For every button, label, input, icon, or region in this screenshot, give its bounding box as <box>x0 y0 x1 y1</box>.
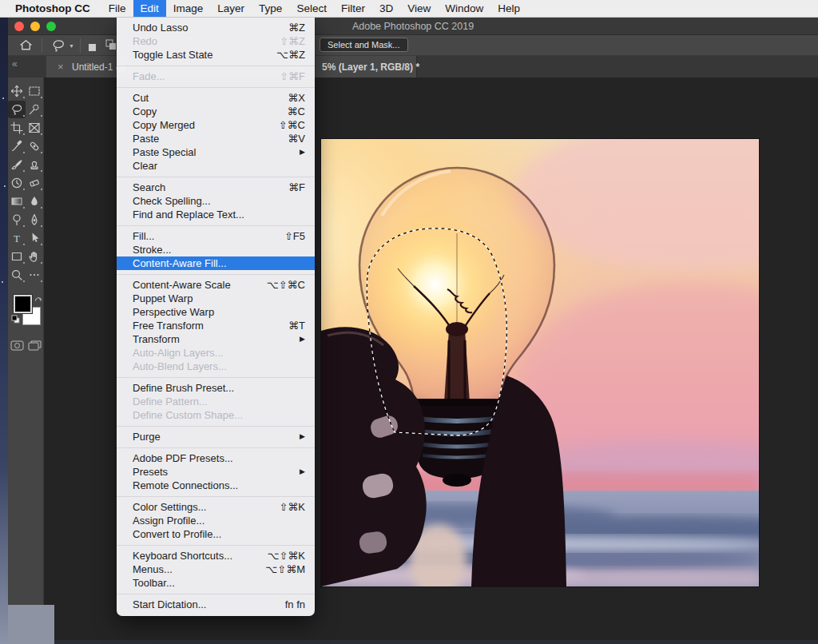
new-selection-icon[interactable] <box>88 41 97 55</box>
menu-item-search[interactable]: Search⌘F <box>117 181 315 194</box>
add-to-selection-icon[interactable] <box>105 39 117 54</box>
menu-item-purge[interactable]: Purge▶ <box>117 430 315 443</box>
menu-item-paste[interactable]: Paste⌘V <box>117 132 315 145</box>
tool-eyedropper[interactable] <box>8 137 26 155</box>
menu-item-presets[interactable]: Presets▶ <box>117 465 315 479</box>
menu-item-redo[interactable]: Redo⇧⌘Z <box>117 34 315 48</box>
menu-item-label: Convert to Profile... <box>133 527 305 541</box>
menu-item-start-dictation[interactable]: Start Dictation...fn fn <box>117 598 315 611</box>
tool-move[interactable] <box>8 82 26 100</box>
menubar-item-image[interactable]: Image <box>166 0 211 17</box>
tool-zoom[interactable] <box>8 266 26 284</box>
menu-item-stroke[interactable]: Stroke... <box>117 243 315 256</box>
chevron-down-icon[interactable]: ▼ <box>69 43 74 49</box>
menu-item-puppet-warp[interactable]: Puppet Warp <box>117 292 315 305</box>
tool-type[interactable]: T <box>8 229 26 247</box>
menu-item-auto-align-layers[interactable]: Auto-Align Layers... <box>117 346 315 360</box>
menubar-item-layer[interactable]: Layer <box>210 0 252 17</box>
menubar-item-window[interactable]: Window <box>438 0 490 17</box>
menubar-item-view[interactable]: View <box>400 0 438 17</box>
tool-hand[interactable] <box>26 248 43 265</box>
menu-item-content-aware-fill[interactable]: Content-Aware Fill... <box>117 256 315 270</box>
gradient-icon <box>10 195 23 208</box>
menu-item-keyboard-shortcuts[interactable]: Keyboard Shortcuts...⌥⇧⌘K <box>117 549 315 563</box>
lasso-tool-icon[interactable] <box>51 38 66 56</box>
menu-item-fill[interactable]: Fill...⇧F5 <box>117 229 315 243</box>
menu-item-undo-lasso[interactable]: Undo Lasso⌘Z <box>117 21 315 34</box>
tool-blur[interactable] <box>26 193 43 210</box>
menu-item-label: Define Custom Shape... <box>133 408 305 422</box>
menu-item-transform[interactable]: Transform▶ <box>117 332 315 346</box>
tool-eraser[interactable] <box>26 174 43 192</box>
menubar-item-select[interactable]: Select <box>289 0 334 17</box>
menubar-item-filter[interactable]: Filter <box>334 0 372 17</box>
canvas-bottom-edge <box>54 640 818 644</box>
foreground-color-swatch[interactable] <box>14 295 32 313</box>
tool-lasso[interactable] <box>8 101 26 118</box>
tool-gradient[interactable] <box>8 193 26 210</box>
tool-spot-healing[interactable] <box>26 137 43 155</box>
toolbar-tools: T <box>8 78 43 284</box>
tool-path-selection[interactable] <box>26 229 43 247</box>
default-colors-icon[interactable] <box>11 312 20 327</box>
menu-item-paste-special[interactable]: Paste Special▶ <box>117 145 315 159</box>
menu-item-toolbar[interactable]: Toolbar... <box>117 576 315 590</box>
menu-item-shortcut: ⇧⌘F <box>280 70 305 83</box>
menu-item-auto-blend-layers[interactable]: Auto-Blend Layers... <box>117 360 315 373</box>
tool-rectangle-shape[interactable] <box>8 248 26 265</box>
menu-item-define-brush-preset[interactable]: Define Brush Preset... <box>117 381 315 395</box>
menu-item-label: Search <box>133 181 288 194</box>
menu-item-toggle-last-state[interactable]: Toggle Last State⌥⌘Z <box>117 48 315 62</box>
type-icon: T <box>10 232 23 244</box>
menu-item-shortcut: fn fn <box>285 598 305 611</box>
menu-item-assign-profile[interactable]: Assign Profile... <box>117 514 315 527</box>
menu-item-convert-to-profile[interactable]: Convert to Profile... <box>117 527 315 541</box>
tool-dodge[interactable] <box>8 211 26 229</box>
tool-quick-selection[interactable] <box>26 101 43 118</box>
menubar-item-3d[interactable]: 3D <box>372 0 400 17</box>
menu-item-perspective-warp[interactable]: Perspective Warp <box>117 305 315 319</box>
tool-brush[interactable] <box>8 156 26 173</box>
tool-frame[interactable] <box>26 119 43 137</box>
menu-item-menus[interactable]: Menus...⌥⇧⌘M <box>117 563 315 576</box>
menu-separator <box>117 66 315 66</box>
menu-item-adobe-pdf-presets[interactable]: Adobe PDF Presets... <box>117 451 315 465</box>
menu-item-cut[interactable]: Cut⌘X <box>117 91 315 105</box>
tool-clone-stamp[interactable] <box>26 156 43 173</box>
menu-item-remote-connections[interactable]: Remote Connections... <box>117 479 315 492</box>
swap-colors-icon[interactable] <box>34 292 42 306</box>
home-icon[interactable] <box>19 38 33 55</box>
select-and-mask-button[interactable]: Select and Mask... <box>320 38 408 52</box>
tool-rectangular-marquee[interactable] <box>26 82 43 100</box>
tool-edit-toolbar-ellipsis[interactable] <box>26 266 43 284</box>
menu-item-check-spelling[interactable]: Check Spelling... <box>117 194 315 208</box>
menu-item-copy[interactable]: Copy⌘C <box>117 105 315 118</box>
tool-pen[interactable] <box>26 211 43 229</box>
menubar-item-type[interactable]: Type <box>252 0 289 17</box>
menu-item-label: Auto-Blend Layers... <box>133 360 305 373</box>
screen-mode-button[interactable] <box>26 338 43 352</box>
menu-item-find-and-replace-text[interactable]: Find and Replace Text... <box>117 208 315 221</box>
menu-item-label: Free Transform <box>133 319 288 332</box>
menubar-item-help[interactable]: Help <box>490 0 527 17</box>
close-tab-icon[interactable]: × <box>58 61 64 73</box>
menubar-item-file[interactable]: File <box>101 0 133 17</box>
collapse-panel-chevron-icon[interactable]: « <box>12 58 18 70</box>
menu-item-define-pattern[interactable]: Define Pattern... <box>117 395 315 408</box>
menu-item-copy-merged[interactable]: Copy Merged⇧⌘C <box>117 118 315 132</box>
menu-item-fade[interactable]: Fade...⇧⌘F <box>117 70 315 83</box>
menu-item-clear[interactable]: Clear <box>117 159 315 173</box>
menu-item-shortcut: ⇧F5 <box>284 229 305 243</box>
menubar-item-edit[interactable]: Edit <box>133 0 166 17</box>
photo-lightbulb-sunset[interactable] <box>321 139 759 586</box>
quick-mask-button[interactable] <box>8 338 26 352</box>
tools-panel: T <box>8 78 44 605</box>
tool-crop[interactable] <box>8 119 26 137</box>
menu-item-color-settings[interactable]: Color Settings...⇧⌘K <box>117 500 315 514</box>
menu-item-content-aware-scale[interactable]: Content-Aware Scale⌥⇧⌘C <box>117 278 315 292</box>
menu-item-free-transform[interactable]: Free Transform⌘T <box>117 319 315 332</box>
menu-item-define-custom-shape[interactable]: Define Custom Shape... <box>117 408 315 422</box>
menubar-item-photoshop-cc[interactable]: Photoshop CC <box>8 0 101 17</box>
quick-selection-icon <box>28 103 41 116</box>
tool-history-brush[interactable] <box>8 174 26 192</box>
